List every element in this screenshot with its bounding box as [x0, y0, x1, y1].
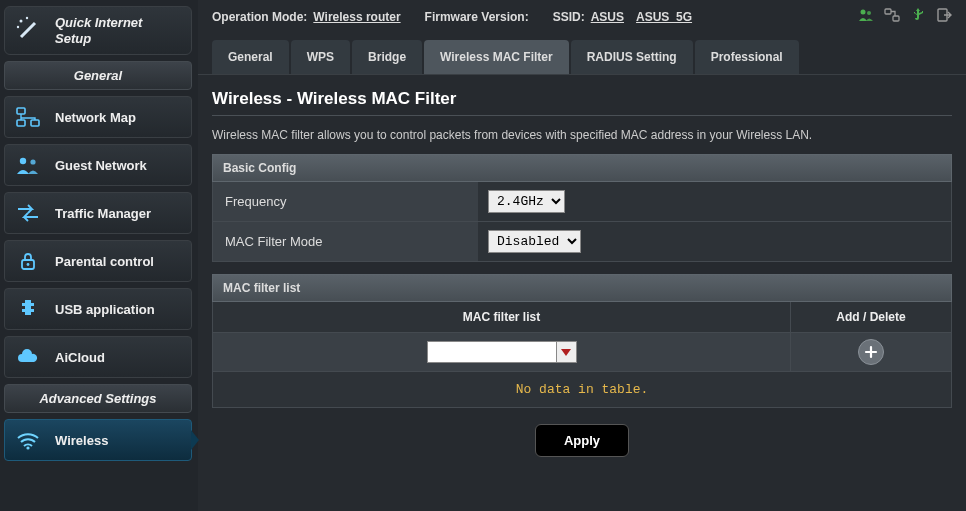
add-mac-button[interactable] [858, 339, 884, 365]
sidebar-item-label: AiCloud [55, 350, 105, 365]
svg-point-2 [26, 17, 28, 19]
svg-point-11 [26, 447, 29, 450]
mac-filter-list-header: MAC filter list [212, 274, 952, 302]
tab-general[interactable]: General [212, 40, 289, 74]
content-panel: Wireless - Wireless MAC Filter Wireless … [212, 89, 952, 473]
col-add-delete: Add / Delete [791, 302, 951, 332]
title-separator [212, 115, 952, 116]
mac-filter-table-header: MAC filter list Add / Delete [212, 302, 952, 333]
tab-radius-setting[interactable]: RADIUS Setting [571, 40, 693, 74]
client-status-icon[interactable] [858, 7, 874, 27]
topbar-status-icons [858, 7, 952, 27]
page-description: Wireless MAC filter allows you to contro… [212, 128, 952, 142]
svg-rect-5 [17, 120, 25, 126]
sidebar-item-label: Traffic Manager [55, 206, 151, 221]
firmware-version-label: Firmware Version: [425, 10, 529, 24]
sidebar-section-general: General [4, 61, 192, 90]
sidebar-item-usb-application[interactable]: USB application [4, 288, 192, 330]
svg-line-0 [21, 23, 35, 37]
top-info-bar: Operation Mode: Wireless router Firmware… [198, 0, 966, 30]
svg-point-10 [27, 263, 30, 266]
svg-point-7 [20, 158, 26, 164]
operation-mode-label: Operation Mode: [212, 10, 307, 24]
frequency-select[interactable]: 2.4GHz [488, 190, 565, 213]
wand-icon [15, 15, 43, 46]
svg-rect-6 [31, 120, 39, 126]
sidebar-item-label: Wireless [55, 433, 108, 448]
svg-rect-14 [885, 9, 891, 14]
svg-point-3 [17, 26, 19, 28]
reboot-icon[interactable] [884, 7, 900, 27]
mac-filter-empty-message: No data in table. [212, 372, 952, 408]
quick-internet-setup-button[interactable]: Quick Internet Setup [4, 6, 192, 55]
ssid-value-2[interactable]: ASUS_5G [636, 10, 692, 24]
ssid-value-1[interactable]: ASUS [591, 10, 624, 24]
network-map-icon [15, 105, 41, 129]
sidebar-item-label: Parental control [55, 254, 154, 269]
svg-rect-4 [17, 108, 25, 114]
svg-rect-15 [893, 16, 899, 21]
mac-filter-mode-label: MAC Filter Mode [213, 224, 478, 259]
ssid-label: SSID: [553, 10, 585, 24]
tab-wireless-mac-filter[interactable]: Wireless MAC Filter [424, 40, 569, 74]
page-title: Wireless - Wireless MAC Filter [212, 89, 952, 109]
sidebar-item-aicloud[interactable]: AiCloud [4, 336, 192, 378]
svg-point-13 [867, 11, 871, 15]
col-mac-filter-list: MAC filter list [213, 302, 791, 332]
mac-address-dropdown-button[interactable] [557, 341, 577, 363]
svg-point-12 [861, 10, 866, 15]
tab-bridge[interactable]: Bridge [352, 40, 422, 74]
frequency-label: Frequency [213, 184, 478, 219]
usb-application-icon [15, 297, 41, 321]
sidebar-item-parental-control[interactable]: Parental control [4, 240, 192, 282]
mac-filter-list-section: MAC filter list MAC filter list Add / De… [212, 274, 952, 408]
apply-button[interactable]: Apply [535, 424, 629, 457]
sidebar-item-wireless[interactable]: Wireless [4, 419, 192, 461]
tab-bar: General WPS Bridge Wireless MAC Filter R… [198, 30, 966, 75]
svg-point-8 [30, 160, 35, 165]
sidebar-item-guest-network[interactable]: Guest Network [4, 144, 192, 186]
sidebar-item-label: Network Map [55, 110, 136, 125]
mac-filter-mode-select[interactable]: Disabled [488, 230, 581, 253]
sidebar-item-label: Guest Network [55, 158, 147, 173]
svg-point-1 [20, 20, 23, 23]
guest-network-icon [15, 153, 41, 177]
parental-control-icon [15, 249, 41, 273]
usb-status-icon[interactable] [910, 7, 926, 27]
basic-config-header: Basic Config [212, 154, 952, 182]
traffic-manager-icon [15, 201, 41, 225]
qis-label: Quick Internet Setup [55, 15, 181, 46]
sidebar-item-label: USB application [55, 302, 155, 317]
operation-mode-value[interactable]: Wireless router [313, 10, 400, 24]
logout-icon[interactable] [936, 7, 952, 27]
mac-filter-input-row [212, 333, 952, 372]
aicloud-icon [15, 345, 41, 369]
tab-professional[interactable]: Professional [695, 40, 799, 74]
sidebar-item-network-map[interactable]: Network Map [4, 96, 192, 138]
wireless-icon [15, 428, 41, 452]
mac-address-combo [427, 341, 577, 363]
sidebar-section-advanced: Advanced Settings [4, 384, 192, 413]
sidebar: Quick Internet Setup General Network Map… [0, 0, 198, 511]
main-panel: Operation Mode: Wireless router Firmware… [198, 0, 966, 511]
tab-wps[interactable]: WPS [291, 40, 350, 74]
frequency-row: Frequency 2.4GHz [212, 182, 952, 222]
mac-filter-mode-row: MAC Filter Mode Disabled [212, 222, 952, 262]
mac-address-input[interactable] [427, 341, 557, 363]
sidebar-item-traffic-manager[interactable]: Traffic Manager [4, 192, 192, 234]
